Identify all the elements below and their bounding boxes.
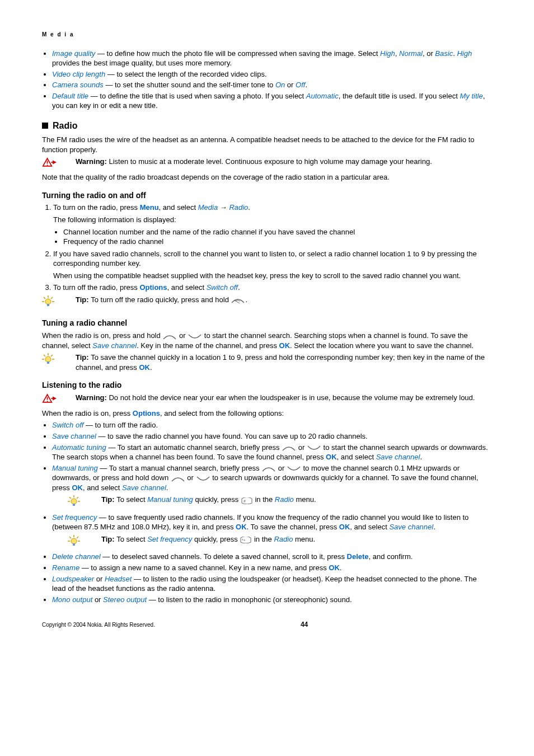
breadcrumb: M e d i a [42, 31, 492, 39]
opt-set-frequency: Set frequency — to save frequently used … [52, 513, 492, 550]
opt-save-channel: Save channel — to save the radio channel… [52, 431, 492, 442]
opt-manual-tuning: Manual tuning — To start a manual channe… [52, 463, 492, 510]
step-1: To turn on the radio, press Menu, and se… [53, 203, 492, 246]
opt-rename: Rename — to assign a new name to a saved… [52, 563, 492, 573]
listening-warning: Warning: Do not hold the device near you… [42, 393, 492, 406]
scroll-down-icon [188, 333, 202, 340]
scroll-up-icon [171, 475, 185, 482]
scroll-down-icon [287, 465, 301, 472]
manual-tuning-tip: Tip: To select Manual tuning quickly, pr… [68, 495, 492, 510]
warning-icon [42, 157, 76, 170]
step-2: If you have saved radio channels, scroll… [53, 249, 492, 281]
warning-icon [42, 393, 76, 406]
opt-switch-off: Switch off — to turn off the radio. [52, 420, 492, 430]
item-camera-sounds: Camera sounds — to set the shutter sound… [52, 80, 492, 90]
tuning-tip: Tip: To save the channel quickly in a lo… [42, 353, 492, 372]
listening-heading: Listening to the radio [42, 380, 492, 391]
star-key-icon [240, 536, 252, 543]
step-1-b1: Channel location number and the name of … [63, 227, 492, 237]
tip-icon [42, 295, 76, 311]
opt-delete-channel: Delete channel — to deselect saved chann… [52, 552, 492, 562]
item-default-title: Default title — to define the title that… [52, 91, 492, 111]
step-2b: When using the compatible headset suppli… [53, 271, 492, 281]
copyright: Copyright © 2004 Nokia. All Rights Reser… [42, 621, 155, 629]
step-3: To turn off the radio, press Options, an… [53, 283, 492, 293]
scroll-up-icon [261, 465, 276, 472]
radio-note: Note that the quality of the radio broad… [42, 172, 492, 182]
tip-icon [68, 534, 101, 550]
page-number: 44 [301, 620, 308, 629]
radio-intro: The FM radio uses the wire of the headse… [42, 135, 492, 154]
step-1-b2: Frequency of the radio channel [63, 237, 492, 247]
opt-automatic-tuning: Automatic tuning — To start an automatic… [52, 443, 492, 462]
step-1-displayed: The following information is displayed: [53, 215, 492, 225]
turning-tip: Tip: To turn off the radio quickly, pres… [42, 295, 492, 311]
hash-key-icon [241, 497, 253, 504]
end-key-icon [231, 297, 245, 303]
scroll-down-icon [196, 475, 210, 482]
item-video-clip-length: Video clip length — to select the length… [52, 69, 492, 79]
footer: Copyright © 2004 Nokia. All Rights Reser… [42, 620, 492, 629]
tuning-p1: When the radio is on, press and hold or … [42, 331, 492, 350]
opt-loudspeaker: Loudspeaker or Headset — to listen to th… [52, 574, 492, 594]
camera-settings-list: Image quality — to define how much the p… [42, 49, 492, 111]
item-image-quality: Image quality — to define how much the p… [52, 49, 492, 68]
radio-warning: Warning: Listen to music at a moderate l… [42, 157, 492, 170]
opt-mono-output: Mono output or Stereo output — to listen… [52, 595, 492, 605]
scroll-down-icon [307, 444, 321, 451]
listening-intro: When the radio is on, press Options, and… [42, 408, 492, 419]
scroll-up-icon [282, 444, 296, 451]
set-frequency-tip: Tip: To select Set frequency quickly, pr… [68, 534, 492, 550]
square-bullet-icon [42, 123, 48, 129]
turning-steps: To turn on the radio, press Menu, and se… [42, 203, 492, 292]
tip-icon [68, 495, 101, 510]
turning-heading: Turning the radio on and off [42, 190, 492, 201]
radio-heading: Radio [42, 120, 492, 132]
tip-icon [42, 353, 76, 368]
scroll-up-icon [162, 333, 177, 340]
tuning-heading: Tuning a radio channel [42, 318, 492, 328]
listening-options: Switch off — to turn off the radio. Save… [42, 420, 492, 604]
